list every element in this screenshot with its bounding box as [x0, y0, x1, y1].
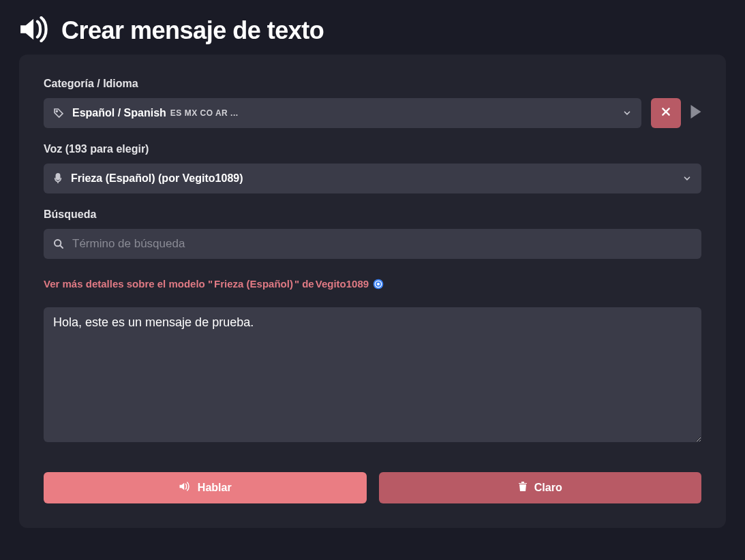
details-prefix: Ver más detalles sobre el modelo "	[44, 278, 213, 290]
tag-icon	[53, 108, 64, 119]
category-subvalue: ES MX CO AR ...	[170, 108, 239, 118]
microphone-icon	[53, 173, 63, 184]
verified-badge-icon	[373, 279, 384, 290]
model-details-link[interactable]: Ver más detalles sobre el modelo "Frieza…	[44, 278, 701, 290]
chevron-down-icon	[622, 108, 632, 118]
svg-rect-1	[56, 174, 59, 180]
category-value: Español / Spanish	[72, 107, 166, 119]
clear-button[interactable]: Claro	[379, 472, 702, 503]
speaker-small-icon	[179, 481, 191, 495]
search-label: Búsqueda	[44, 208, 701, 221]
details-mid: " de	[294, 278, 314, 290]
category-select[interactable]: Español / Spanish ES MX CO AR ...	[44, 98, 641, 128]
details-author: Vegito1089	[316, 278, 369, 290]
play-icon	[690, 105, 701, 121]
voice-group: Voz (193 para elegir) Frieza (Español) (…	[44, 143, 701, 193]
svg-point-7	[377, 283, 380, 285]
clear-button-label: Claro	[534, 482, 562, 494]
voice-label: Voz (193 para elegir)	[44, 143, 701, 155]
close-icon	[660, 106, 671, 120]
form-card: Categoría / Idioma Español / Spanish ES …	[19, 55, 726, 528]
trash-icon	[518, 481, 528, 495]
chevron-down-icon	[682, 174, 692, 183]
page-title: Crear mensaje de texto	[61, 16, 324, 45]
page-header: Crear mensaje de texto	[19, 16, 726, 45]
category-row: Español / Spanish ES MX CO AR ...	[44, 98, 701, 128]
voice-value: Frieza (Español) (por Vegito1089)	[71, 172, 243, 185]
message-textarea[interactable]	[44, 307, 701, 442]
search-icon	[53, 238, 64, 249]
svg-line-4	[60, 245, 63, 248]
button-row: Hablar Claro	[44, 472, 701, 503]
speaker-icon	[19, 16, 50, 45]
search-input-wrap	[44, 229, 701, 259]
svg-point-0	[56, 110, 57, 112]
speak-button-label: Hablar	[198, 482, 232, 494]
speak-button[interactable]: Hablar	[44, 472, 367, 503]
clear-category-button[interactable]	[651, 98, 681, 128]
search-group: Búsqueda	[44, 208, 701, 259]
details-model: Frieza (Español)	[214, 278, 293, 290]
page-root: Crear mensaje de texto Categoría / Idiom…	[0, 0, 745, 544]
voice-select[interactable]: Frieza (Español) (por Vegito1089)	[44, 164, 701, 193]
next-caret-button[interactable]	[690, 105, 701, 121]
category-label: Categoría / Idioma	[44, 78, 701, 90]
search-input[interactable]	[72, 237, 692, 251]
